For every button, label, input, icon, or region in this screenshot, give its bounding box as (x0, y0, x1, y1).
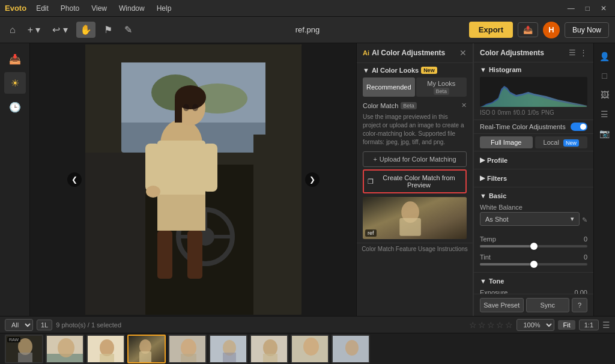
thumb-3-svg (88, 336, 125, 363)
ai-panel-close[interactable]: ✕ (459, 48, 467, 58)
one-one-button[interactable]: 1:1 (579, 320, 599, 330)
tint-slider[interactable] (480, 263, 587, 265)
sidebar-item-import[interactable]: 📥 (4, 48, 26, 70)
export-button[interactable]: Export (469, 22, 513, 38)
filmstrip-thumb-2[interactable] (46, 335, 84, 363)
new-button[interactable]: + ▾ (24, 22, 44, 38)
svg-point-54 (345, 340, 359, 356)
hand-tool[interactable]: ✋ (76, 22, 95, 38)
flag-button[interactable]: ⚑ (100, 22, 116, 38)
star-3[interactable]: ☆ (487, 320, 495, 330)
menu-photo[interactable]: Photo (58, 3, 82, 14)
histogram-svg (480, 77, 587, 107)
view-1l-button[interactable]: 1L (37, 320, 52, 330)
profile-header[interactable]: ▶ Profile (480, 154, 587, 166)
svg-rect-22 (187, 231, 202, 279)
create-color-match-button[interactable]: ❐ Create Color Match from Preview (363, 169, 467, 193)
filmstrip-thumb-6[interactable] (209, 335, 247, 363)
wb-pencil-icon[interactable]: ✎ (582, 216, 587, 224)
profile-section: ▶ Profile (474, 151, 593, 169)
sidebar-item-adjust[interactable]: ☀ (4, 72, 26, 94)
chevron-down-icon: ▼ (480, 278, 486, 285)
real-time-label: Real-Time Color Adjustments (480, 123, 566, 130)
white-balance-select[interactable]: As Shot ▾ (480, 212, 580, 226)
local-btn[interactable]: Local New (535, 136, 588, 148)
tone-header[interactable]: ▼ Tone (480, 275, 587, 287)
recommended-tab[interactable]: Recommended (363, 77, 415, 97)
my-looks-tab[interactable]: My Looks Beta (416, 77, 467, 97)
star-1[interactable]: ☆ (469, 320, 477, 330)
buy-now-button[interactable]: Buy Now (565, 22, 609, 38)
panel-more-icon[interactable]: ⋮ (580, 48, 587, 57)
filmstrip-toolbar: All 1L 9 photo(s) / 1 selected ☆ ☆ ☆ ☆ ☆… (0, 317, 615, 333)
svg-rect-28 (399, 218, 421, 236)
menu-window[interactable]: Window (117, 3, 147, 14)
filmstrip-bar: All 1L 9 photo(s) / 1 selected ☆ ☆ ☆ ☆ ☆… (0, 316, 615, 364)
panel-grid-icon[interactable]: ☰ (569, 48, 576, 57)
filmstrip-thumb-1[interactable]: RAW (5, 335, 43, 363)
real-time-toggle[interactable] (571, 123, 587, 131)
maximize-button[interactable]: □ (582, 2, 593, 15)
photo-info-icon[interactable]: ⓘ (312, 315, 320, 316)
close-button[interactable]: ✕ (597, 2, 610, 15)
grid-layout-button[interactable]: ☰ (602, 320, 610, 330)
star-5[interactable]: ☆ (505, 320, 513, 330)
filters-header[interactable]: ▶ Filters (480, 172, 587, 184)
right-panel-scroll[interactable]: ▼ Histogram (474, 62, 593, 294)
minimize-button[interactable]: — (564, 2, 578, 15)
usage-link[interactable]: Color Match Feature Usage Instructions (357, 243, 473, 255)
photo-prev-button[interactable]: ❮ (67, 172, 82, 187)
filmstrip-thumb-7[interactable] (250, 335, 288, 363)
app-logo[interactable]: Evoto (5, 4, 26, 13)
full-image-btn[interactable]: Full Image (480, 136, 533, 148)
menu-edit[interactable]: Edit (34, 3, 51, 14)
color-match-header: Color Match Beta ✕ (363, 102, 467, 109)
basic-header[interactable]: ▼ Basic (480, 190, 587, 202)
share-button[interactable]: 📤 (518, 22, 538, 37)
star-2[interactable]: ☆ (478, 320, 486, 330)
zoom-select[interactable]: 100% (517, 319, 554, 331)
svg-rect-44 (181, 354, 196, 363)
upload-color-matching-button[interactable]: + Upload for Color Matching (363, 151, 467, 167)
right-panel: Color Adjustments ☰ ⋮ ▼ Histogram (473, 43, 593, 316)
home-button[interactable]: ⌂ (6, 22, 19, 38)
histogram-header[interactable]: ▼ Histogram (480, 66, 587, 73)
sync-button[interactable]: Sync (526, 298, 570, 312)
far-right-icon-1[interactable]: 👤 (596, 48, 613, 65)
thumbnail-svg (363, 197, 467, 239)
filmstrip-thumb-4[interactable] (127, 335, 166, 363)
svg-rect-41 (139, 351, 151, 363)
star-4[interactable]: ☆ (496, 320, 504, 330)
fit-button[interactable]: Fit (558, 320, 575, 330)
filmstrip-thumb-8[interactable] (291, 335, 329, 363)
filters-label: Filters (487, 175, 507, 182)
sidebar-item-presets[interactable]: 🕒 (4, 96, 26, 118)
far-right-icon-3[interactable]: 🖼 (597, 86, 613, 103)
ai-panel-scroll[interactable]: ▼ AI Color Looks New Recommended My Look… (357, 63, 473, 316)
filmstrip-thumb-3[interactable] (86, 335, 125, 363)
tint-value: 0 (584, 253, 587, 261)
temp-slider[interactable] (480, 245, 587, 247)
thumb-6-svg (210, 336, 247, 363)
far-right-icon-5[interactable]: 📷 (596, 125, 613, 142)
color-match-close[interactable]: ✕ (461, 102, 467, 109)
save-preset-button[interactable]: Save Preset (480, 298, 524, 312)
format-info: PNG (541, 109, 554, 116)
pen-button[interactable]: ✎ (121, 22, 136, 38)
color-match-label: Color Match Beta (363, 102, 417, 109)
menu-help[interactable]: Help (154, 3, 174, 14)
filmstrip-thumb-9[interactable] (332, 335, 370, 363)
menu-view[interactable]: View (89, 3, 109, 14)
far-right-icon-4[interactable]: ☰ (597, 106, 612, 123)
photo-next-button[interactable]: ❯ (305, 172, 320, 187)
filter-select[interactable]: All (5, 319, 33, 331)
filmstrip-thumb-5[interactable] (168, 335, 207, 363)
color-looks-section: ▼ AI Color Looks New Recommended My Look… (357, 63, 473, 243)
svg-rect-20 (157, 195, 205, 231)
avatar-button[interactable]: H (543, 22, 560, 38)
help-button[interactable]: ? (572, 298, 587, 312)
color-looks-header[interactable]: ▼ AI Color Looks New (363, 67, 467, 74)
preview-thumbnail: ref (363, 197, 467, 239)
undo-button[interactable]: ↩ ▾ (49, 22, 71, 38)
far-right-icon-2[interactable]: □ (598, 67, 610, 84)
